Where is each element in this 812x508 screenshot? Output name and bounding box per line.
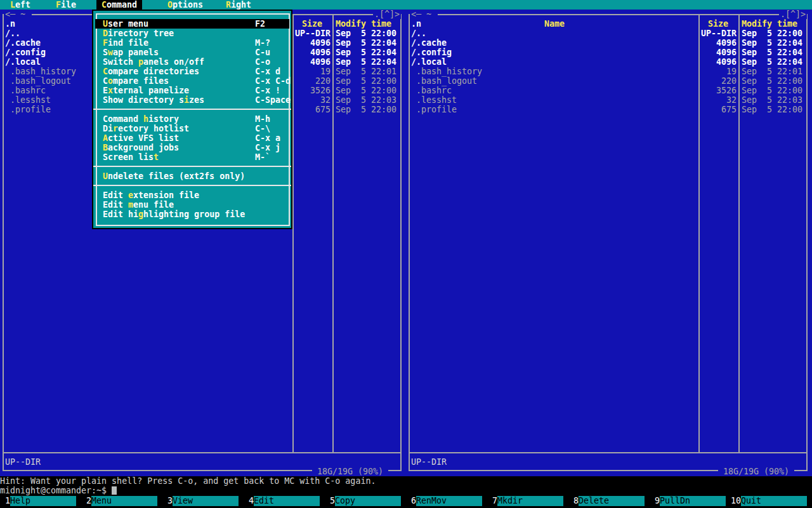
shortcut: M-` bbox=[255, 152, 270, 162]
file-mtime: Sep 5 22:00 bbox=[336, 76, 396, 86]
menu-item-compare-directories[interactable]: Compare directoriesC-x d bbox=[95, 67, 289, 76]
panel-column-headers: .n Name Size Modify time bbox=[406, 19, 812, 29]
shortcut: F2 bbox=[255, 19, 265, 29]
fkey-5-copy[interactable]: 5Copy bbox=[325, 496, 406, 506]
terminal-cursor bbox=[112, 486, 117, 495]
menu-item-screen-list[interactable]: Screen listM-` bbox=[95, 152, 289, 162]
fkey-6-renmov[interactable]: 6RenMov bbox=[406, 496, 487, 506]
function-key-bar: 1Help 2Menu 3View 4Edit 5Copy 6RenMov 7M… bbox=[0, 495, 812, 508]
menubar-item-left[interactable]: Left bbox=[10, 0, 30, 10]
panel-controls[interactable]: .[^]> bbox=[779, 10, 807, 19]
column-header-size[interactable]: Size bbox=[699, 19, 737, 29]
fkey-2-menu[interactable]: 2Menu bbox=[81, 496, 162, 506]
file-name: .profile bbox=[5, 105, 51, 114]
file-row[interactable]: .bash_history19Sep 5 22:01 bbox=[407, 67, 811, 76]
shortcut: M-h bbox=[255, 114, 270, 124]
shortcut: M-? bbox=[255, 38, 270, 48]
shell-prompt[interactable]: midnight@commander:~$ bbox=[0, 486, 117, 495]
fkey-9-pulldn[interactable]: 9PullDn bbox=[650, 496, 731, 506]
menu-item-swap-panels[interactable]: Swap panelsC-u bbox=[95, 48, 289, 57]
menu-item-background-jobs[interactable]: Background jobsC-x j bbox=[95, 143, 289, 152]
column-header-mtime[interactable]: Modify time bbox=[336, 19, 391, 29]
file-size: 220 bbox=[686, 76, 737, 86]
menu-item-find-file[interactable]: Find fileM-? bbox=[95, 38, 289, 48]
file-mtime: Sep 5 22:04 bbox=[742, 38, 802, 48]
mc-application-window: Left File Command Options Right <─ ~ .[^… bbox=[0, 0, 812, 508]
fkey-10-quit[interactable]: 10Quit bbox=[731, 496, 812, 506]
menu-item-edit-menu-file[interactable]: Edit menu file bbox=[95, 200, 289, 210]
menubar-item-command[interactable]: Command bbox=[96, 0, 142, 10]
menu-item-show-directory-sizes[interactable]: Show directory sizesC-Space bbox=[95, 95, 289, 105]
disk-usage: 18G/19G (90%) bbox=[312, 467, 388, 476]
menu-item-switch-panels-on-off[interactable]: Switch panels on/offC-o bbox=[95, 57, 289, 67]
file-size: 4096 bbox=[686, 38, 737, 48]
file-row[interactable]: .bashrc3526Sep 5 22:00 bbox=[407, 86, 811, 95]
file-size: UP--DIR bbox=[686, 29, 737, 38]
file-mtime: Sep 5 22:04 bbox=[336, 57, 396, 67]
fkey-7-mkdir[interactable]: 7Mkdir bbox=[487, 496, 568, 506]
file-name: .bashrc bbox=[411, 86, 452, 95]
shortcut: C-u bbox=[255, 48, 270, 57]
fkey-3-view[interactable]: 3View bbox=[162, 496, 244, 506]
menubar-item-file[interactable]: File bbox=[56, 0, 76, 10]
file-row[interactable]: .lesshst32Sep 5 22:03 bbox=[407, 95, 811, 105]
current-path: ~ bbox=[426, 10, 436, 19]
shortcut: C-x d bbox=[255, 67, 280, 76]
file-mtime: Sep 5 22:00 bbox=[336, 29, 396, 38]
menu-item-directory-tree[interactable]: Directory tree bbox=[95, 29, 289, 38]
menu-item-undelete-files[interactable]: Undelete files (ext2fs only) bbox=[95, 171, 289, 181]
menu-item-compare-files[interactable]: Compare filesC-x C-d bbox=[95, 76, 289, 86]
menubar-item-options[interactable]: Options bbox=[167, 0, 203, 10]
file-row[interactable]: /.cache4096Sep 5 22:04 bbox=[407, 38, 811, 48]
menu-item-directory-hotlist[interactable]: Directory hotlistC-\ bbox=[95, 124, 289, 133]
menu-item-external-panelize[interactable]: External panelizeC-x ! bbox=[95, 86, 289, 95]
fkey-1-help[interactable]: 1Help bbox=[0, 496, 81, 506]
file-row[interactable]: .profile675Sep 5 22:00 bbox=[407, 105, 811, 114]
file-mtime: Sep 5 22:03 bbox=[742, 95, 802, 105]
file-mtime: Sep 5 22:00 bbox=[742, 86, 802, 95]
file-mtime: Sep 5 22:00 bbox=[336, 105, 396, 114]
file-name: .bash_logout bbox=[411, 76, 477, 86]
column-header-size[interactable]: Size bbox=[293, 19, 331, 29]
shortcut: C-Space bbox=[255, 95, 291, 105]
fkey-8-delete[interactable]: 8Delete bbox=[568, 496, 650, 506]
file-row[interactable]: .bash_logout220Sep 5 22:00 bbox=[407, 76, 811, 86]
shortcut: C-x a bbox=[255, 133, 280, 143]
right-panel: <─ ~ .[^]> .n Name Size Modify time /..U… bbox=[406, 10, 812, 476]
panel-path[interactable]: <─ ~ bbox=[410, 10, 438, 19]
file-name: .bash_history bbox=[5, 67, 76, 76]
file-row[interactable]: /..UP--DIRSep 5 22:00 bbox=[407, 29, 811, 38]
fkey-4-edit[interactable]: 4Edit bbox=[244, 496, 325, 506]
shortcut: C-o bbox=[255, 57, 270, 67]
file-row[interactable]: /.config4096Sep 5 22:04 bbox=[407, 48, 811, 57]
file-size: 4096 bbox=[686, 48, 737, 57]
menu-item-edit-highlighting-group-file[interactable]: Edit highlighting group file bbox=[95, 210, 289, 219]
menu-item-edit-extension-file[interactable]: Edit extension file bbox=[95, 190, 289, 200]
file-mtime: Sep 5 22:04 bbox=[336, 38, 396, 48]
file-mtime: Sep 5 22:00 bbox=[336, 86, 396, 95]
shortcut: C-\ bbox=[255, 124, 270, 133]
file-name: /.local bbox=[5, 57, 41, 67]
file-mtime: Sep 5 22:04 bbox=[742, 57, 802, 67]
panel-path[interactable]: <─ ~ bbox=[4, 10, 32, 19]
menubar-item-right[interactable]: Right bbox=[226, 0, 251, 10]
menu-item-user-menu[interactable]: User menuF2 bbox=[95, 19, 289, 29]
file-mtime: Sep 5 22:04 bbox=[336, 48, 396, 57]
column-header-mtime[interactable]: Modify time bbox=[742, 19, 797, 29]
panel-controls[interactable]: .[^]> bbox=[373, 10, 401, 19]
command-dropdown-menu: User menuF2 Directory tree Find fileM-? … bbox=[92, 10, 292, 229]
ministatus-separator bbox=[4, 452, 402, 453]
file-mtime: Sep 5 22:03 bbox=[336, 95, 396, 105]
file-name: .bash_history bbox=[411, 67, 482, 76]
menu-item-command-history[interactable]: Command historyM-h bbox=[95, 114, 289, 124]
column-header-name[interactable]: Name bbox=[411, 19, 698, 29]
ministatus-separator bbox=[410, 452, 808, 453]
file-size: 19 bbox=[686, 67, 737, 76]
history-back-icon[interactable]: <─ bbox=[411, 10, 426, 19]
file-mtime: Sep 5 22:01 bbox=[336, 67, 396, 76]
history-back-icon[interactable]: <─ bbox=[5, 10, 20, 19]
menu-item-active-vfs-list[interactable]: Active VFS listC-x a bbox=[95, 133, 289, 143]
shortcut: C-x j bbox=[255, 143, 280, 152]
file-row[interactable]: /.local4096Sep 5 22:04 bbox=[407, 57, 811, 67]
file-name: /.cache bbox=[5, 38, 41, 48]
